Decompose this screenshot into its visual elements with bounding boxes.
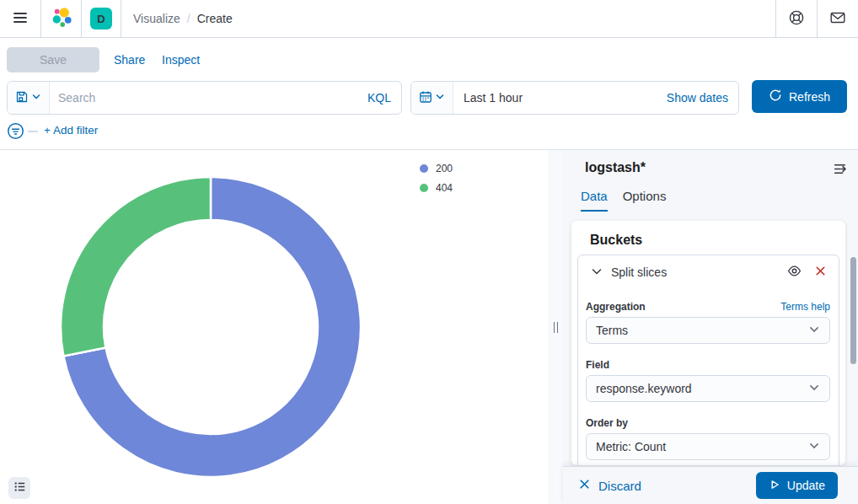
terms-help-link[interactable]: Terms help: [780, 301, 830, 313]
search-input[interactable]: [50, 91, 357, 105]
share-button[interactable]: Share: [114, 53, 145, 67]
legend-item-200[interactable]: 200: [420, 163, 453, 174]
update-button[interactable]: Update: [756, 472, 838, 499]
split-slices-panel: Split slices: [577, 255, 839, 465]
tab-options[interactable]: Options: [623, 189, 667, 212]
order-by-select[interactable]: Metric: Count: [586, 433, 830, 460]
play-icon: [769, 479, 780, 493]
aggregation-value: Terms: [596, 324, 628, 337]
header-divider: [121, 0, 121, 37]
aggregation-select[interactable]: Terms: [586, 317, 830, 344]
chevron-down-icon: [590, 265, 603, 281]
menu-button[interactable]: [0, 0, 40, 37]
time-range-value[interactable]: Last 1 hour: [453, 91, 533, 105]
legend-label-200: 200: [436, 163, 453, 174]
field-value: response.keyword: [596, 382, 692, 395]
chevron-down-icon: [808, 440, 820, 454]
panel-resize-handle[interactable]: [548, 150, 563, 504]
index-pattern-title: logstash*: [585, 160, 646, 175]
editor-bottom-bar: Discard Update: [563, 466, 858, 504]
elastic-home-button[interactable]: [41, 0, 81, 37]
chevron-down-icon: [31, 91, 41, 105]
chart-area: 200 404: [0, 150, 548, 504]
query-language-button[interactable]: KQL: [357, 91, 401, 105]
help-button[interactable]: [776, 0, 817, 37]
visualization-editor-panel: logstash* Data Options Buckets Split sli: [563, 150, 858, 504]
legend-toggle-icon: [13, 480, 26, 496]
chart-legend: 200 404: [420, 163, 453, 194]
collapse-panel-icon: [834, 162, 848, 179]
refresh-button[interactable]: Refresh: [752, 80, 847, 113]
breadcrumb-separator: /: [187, 12, 190, 25]
date-picker: Last 1 hour Show dates: [410, 81, 739, 115]
editor-tabs: Data Options: [581, 189, 666, 212]
space-selector[interactable]: D: [82, 0, 121, 37]
panel-scrollbar-thumb[interactable]: [850, 257, 856, 364]
filter-menu-button[interactable]: [7, 122, 24, 142]
field-select[interactable]: response.keyword: [586, 375, 830, 402]
buckets-card: Buckets Split slices: [571, 221, 845, 465]
space-badge: D: [90, 8, 112, 29]
filter-icon: [7, 122, 24, 142]
collapse-panel-button[interactable]: [834, 162, 848, 179]
eye-icon: [787, 264, 802, 281]
discard-label: Discard: [598, 479, 641, 493]
remove-bucket-button[interactable]: [814, 265, 827, 280]
inspect-button[interactable]: Inspect: [162, 53, 200, 67]
update-label: Update: [787, 479, 825, 492]
tab-data[interactable]: Data: [581, 189, 608, 212]
toggle-visibility-button[interactable]: [787, 264, 802, 281]
add-filter-button[interactable]: + Add filter: [44, 124, 98, 137]
field-label: Field: [586, 359, 609, 371]
chevron-down-icon: [808, 382, 820, 396]
split-slices-label: Split slices: [611, 265, 667, 279]
top-header: D Visualize / Create: [0, 0, 858, 38]
split-slices-accordion[interactable]: Split slices: [578, 255, 839, 289]
order-by-value: Metric: Count: [596, 440, 666, 453]
refresh-icon: [769, 88, 782, 105]
breadcrumb-create: Create: [197, 12, 233, 25]
menu-icon: [12, 9, 29, 29]
discard-icon: [578, 478, 591, 493]
refresh-label: Refresh: [789, 90, 830, 104]
legend-toggle-button[interactable]: [8, 477, 30, 499]
save-query-icon: [15, 90, 29, 106]
remove-icon: [814, 265, 827, 280]
resize-handle-icon: [554, 322, 558, 333]
filter-dash: [28, 131, 38, 132]
donut-slice-404[interactable]: [61, 177, 211, 357]
legend-dot-404: [420, 184, 428, 192]
buckets-title: Buckets: [590, 233, 642, 248]
newsfeed-button[interactable]: [818, 0, 858, 37]
order-by-label: Order by: [586, 417, 628, 429]
breadcrumb: Visualize / Create: [133, 0, 233, 37]
discard-button[interactable]: Discard: [578, 478, 641, 493]
chevron-down-icon: [435, 91, 445, 105]
breadcrumb-visualize[interactable]: Visualize: [133, 12, 180, 25]
kibana-visualize-create-screen: D Visualize / Create: [0, 0, 858, 504]
search-bar: KQL: [7, 81, 402, 115]
elastic-logo: [51, 7, 72, 31]
show-dates-button[interactable]: Show dates: [657, 91, 738, 105]
legend-item-404[interactable]: 404: [420, 182, 453, 194]
date-quick-menu-button[interactable]: [411, 82, 453, 114]
save-button[interactable]: Save: [7, 47, 99, 72]
newsfeed-icon: [829, 9, 846, 29]
saved-query-menu-button[interactable]: [8, 82, 50, 114]
legend-dot-200: [420, 164, 428, 173]
legend-label-404: 404: [436, 182, 453, 194]
aggregation-label: Aggregation: [586, 301, 646, 313]
chevron-down-icon: [808, 324, 820, 338]
donut-chart: [0, 150, 548, 504]
calendar-icon: [419, 90, 432, 106]
help-icon: [788, 9, 805, 29]
header-right-group: [775, 0, 858, 37]
